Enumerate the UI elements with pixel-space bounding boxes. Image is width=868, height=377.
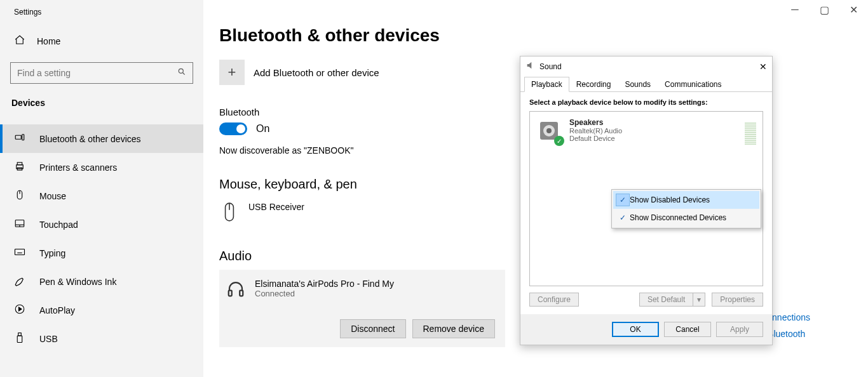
sidebar: Settings Home Devices Bluetooth & other …: [0, 0, 203, 377]
sidebar-item-mouse[interactable]: Mouse: [0, 182, 203, 210]
svg-point-0: [179, 69, 183, 73]
svg-rect-25: [240, 291, 243, 296]
search-icon: [177, 67, 186, 79]
context-menu: ✓ Show Disabled Devices ✓ Show Disconnec…: [611, 189, 761, 228]
device-status: Default Device: [569, 135, 622, 142]
search-input[interactable]: [17, 68, 177, 78]
audio-device-name: Elsimanata's AirPods Pro - Find My: [255, 279, 394, 289]
bluetooth-state: On: [256, 123, 269, 135]
sidebar-item-label: Touchpad: [39, 220, 78, 230]
add-device-label: Add Bluetooth or other device: [254, 67, 379, 78]
sidebar-item-usb[interactable]: USB: [0, 324, 203, 353]
tab-communications[interactable]: Communications: [658, 77, 728, 92]
level-meter: [745, 118, 756, 145]
ctx-label: Show Disabled Devices: [630, 195, 710, 204]
check-icon: ✓: [616, 211, 630, 224]
svg-rect-12: [15, 249, 25, 255]
apply-button[interactable]: Apply: [716, 322, 763, 337]
ctx-show-disconnected[interactable]: ✓ Show Disconnected Devices: [613, 209, 759, 227]
sidebar-item-touchpad[interactable]: Touchpad: [0, 210, 203, 239]
plus-icon: +: [219, 60, 245, 85]
audio-device-status: Connected: [255, 289, 394, 298]
check-icon: ✓: [554, 136, 564, 146]
sidebar-item-bluetooth[interactable]: Bluetooth & other devices: [0, 124, 203, 153]
search-input-wrapper[interactable]: [10, 62, 193, 84]
sound-dialog-icon: [526, 60, 536, 72]
audio-device-block[interactable]: Elsimanata's AirPods Pro - Find My Conne…: [219, 270, 505, 347]
device-name: Speakers: [569, 118, 622, 127]
disconnect-button[interactable]: Disconnect: [340, 319, 405, 338]
sound-close-button[interactable]: ✕: [759, 62, 767, 72]
svg-rect-20: [18, 333, 22, 336]
printer-icon: [14, 161, 27, 174]
bluetooth-devices-icon: [14, 132, 27, 145]
speaker-icon: ✓: [536, 118, 562, 143]
sidebar-item-label: Bluetooth & other devices: [39, 134, 141, 144]
tab-playback[interactable]: Playback: [524, 77, 569, 92]
bluetooth-toggle[interactable]: [219, 122, 247, 135]
tab-sounds[interactable]: Sounds: [618, 77, 658, 92]
autoplay-icon: [14, 303, 27, 317]
svg-rect-24: [229, 291, 232, 296]
check-icon: ✓: [616, 194, 630, 206]
sidebar-item-autoplay[interactable]: AutoPlay: [0, 296, 203, 324]
headphones-icon: [226, 279, 246, 299]
set-default-button[interactable]: Set Default: [639, 293, 693, 307]
properties-button[interactable]: Properties: [712, 293, 763, 307]
configure-button[interactable]: Configure: [529, 293, 579, 307]
sound-dialog-title: Sound: [539, 62, 562, 71]
touchpad-icon: [14, 218, 27, 231]
svg-rect-21: [17, 336, 22, 343]
usb-icon: [14, 332, 27, 345]
keyboard-icon: [14, 246, 27, 260]
device-driver: Realtek(R) Audio: [569, 127, 622, 135]
sidebar-item-label: USB: [39, 334, 58, 344]
sidebar-item-label: Printers & scanners: [39, 162, 117, 173]
svg-rect-5: [17, 162, 22, 165]
device-speakers[interactable]: ✓ Speakers Realtek(R) Audio Default Devi…: [534, 116, 759, 147]
svg-rect-3: [22, 135, 24, 140]
sidebar-item-label: Pen & Windows Ink: [39, 277, 116, 287]
category-header: Devices: [0, 93, 203, 113]
sidebar-item-label: Typing: [39, 248, 65, 258]
sidebar-item-typing[interactable]: Typing: [0, 239, 203, 267]
dialog-instruction: Select a playback device below to modify…: [529, 98, 763, 106]
mouse-device-icon: [219, 202, 240, 222]
ok-button[interactable]: OK: [612, 322, 659, 337]
ctx-label: Show Disconnected Devices: [630, 213, 726, 222]
svg-point-28: [546, 128, 552, 133]
home-label: Home: [37, 36, 60, 46]
remove-device-button[interactable]: Remove device: [412, 319, 496, 338]
sidebar-item-pen[interactable]: Pen & Windows Ink: [0, 267, 203, 296]
mouse-icon: [14, 189, 27, 202]
device-name: USB Receiver: [248, 202, 304, 212]
window-title: Settings: [0, 0, 203, 22]
ctx-show-disabled[interactable]: ✓ Show Disabled Devices: [613, 191, 759, 209]
svg-rect-2: [15, 135, 21, 139]
sidebar-item-printers[interactable]: Printers & scanners: [0, 153, 203, 182]
svg-marker-19: [19, 307, 22, 311]
sidebar-item-label: AutoPlay: [39, 305, 75, 315]
page-title: Bluetooth & other devices: [219, 25, 868, 46]
pen-icon: [14, 275, 27, 288]
tab-recording[interactable]: Recording: [569, 77, 618, 92]
home-nav[interactable]: Home: [0, 28, 203, 55]
set-default-dropdown[interactable]: ▾: [693, 293, 705, 307]
home-icon: [14, 34, 25, 48]
sidebar-item-label: Mouse: [39, 191, 66, 201]
cancel-button[interactable]: Cancel: [664, 322, 711, 337]
svg-line-1: [183, 73, 185, 75]
